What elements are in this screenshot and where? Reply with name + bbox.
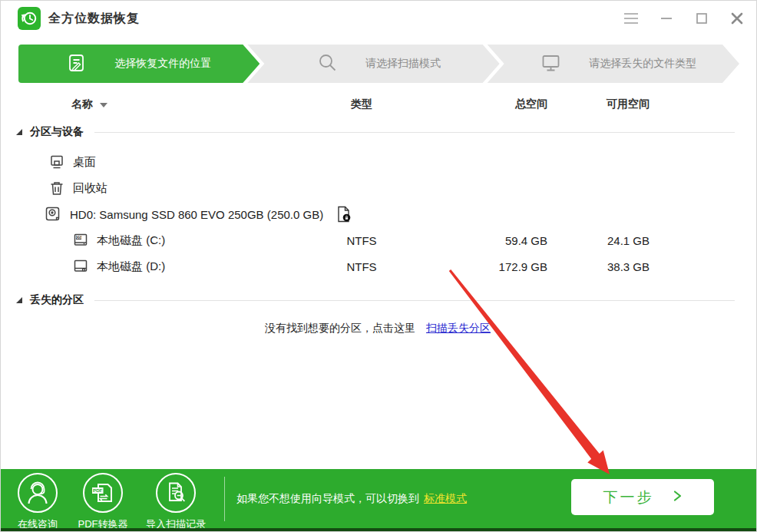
pdf-converter-button[interactable]: PDF PDF转换器 bbox=[70, 472, 136, 531]
empty-hint-text: 没有找到想要的分区，点击这里 bbox=[265, 322, 415, 335]
step-label: 选择恢复文件的位置 bbox=[114, 57, 211, 71]
titlebar: 全方位数据恢复 bbox=[1, 1, 756, 36]
step-label: 请选择丢失的文件类型 bbox=[589, 57, 696, 71]
section-rule bbox=[94, 300, 735, 301]
table-row-recycle-bin[interactable]: 回收站 bbox=[1, 175, 756, 201]
online-support-button[interactable]: 在线咨询 bbox=[8, 472, 67, 531]
section-rule bbox=[94, 132, 735, 133]
maximize-icon[interactable] bbox=[693, 10, 710, 27]
row-total: 59.4 GB bbox=[431, 234, 547, 247]
hard-disk-icon bbox=[44, 205, 62, 223]
desktop-icon bbox=[48, 154, 65, 170]
menu-icon[interactable] bbox=[623, 10, 640, 27]
footer-divider bbox=[224, 477, 225, 521]
step-label: 请选择扫描模式 bbox=[365, 57, 441, 71]
step-file-types[interactable]: 请选择丢失的文件类型 bbox=[488, 45, 739, 83]
minimize-icon[interactable] bbox=[658, 10, 675, 27]
table-row-disk-c[interactable]: OS 本地磁盘 (C:) NTFS 59.4 GB 24.1 GB bbox=[1, 227, 756, 253]
monitor-icon bbox=[540, 52, 561, 75]
row-name: 桌面 bbox=[73, 155, 96, 170]
section-title: 丢失的分区 bbox=[30, 293, 84, 307]
next-step-button[interactable]: 下一步 bbox=[571, 479, 714, 515]
mode-hint-text: 如果您不想使用向导模式，可以切换到 bbox=[236, 492, 419, 506]
edit-document-icon bbox=[67, 53, 87, 75]
os-drive-icon: OS bbox=[72, 232, 89, 249]
drive-icon bbox=[72, 258, 89, 275]
expanded-triangle-icon bbox=[16, 129, 22, 135]
window-title: 全方位数据恢复 bbox=[48, 11, 140, 27]
row-fs-type: NTFS bbox=[323, 260, 400, 273]
search-icon bbox=[317, 52, 338, 75]
step-scan-mode[interactable]: 请选择扫描模式 bbox=[247, 45, 499, 83]
app-logo-icon bbox=[18, 7, 41, 30]
column-header-type: 类型 bbox=[323, 97, 400, 111]
lost-partition-empty-row: 没有找到想要的分区，点击这里 扫描丢失分区 bbox=[1, 317, 756, 340]
pdf-converter-icon: PDF bbox=[70, 472, 136, 517]
file-info-badge-icon[interactable] bbox=[336, 205, 352, 223]
section-lost-partitions[interactable]: 丢失的分区 bbox=[1, 289, 756, 311]
support-agent-icon bbox=[8, 472, 67, 517]
row-fs-type: NTFS bbox=[323, 234, 400, 247]
row-name: 本地磁盘 (C:) bbox=[97, 233, 165, 248]
step-select-location[interactable]: 选择恢复文件的位置 bbox=[18, 45, 259, 83]
footer-bar: 在线咨询 PDF PDF转换器 bbox=[1, 469, 756, 528]
section-title: 分区与设备 bbox=[30, 125, 84, 139]
row-name: 回收站 bbox=[73, 181, 107, 196]
table-row-disk-d[interactable]: 本地磁盘 (D:) NTFS 172.9 GB 38.3 GB bbox=[1, 253, 756, 279]
table-header-row: 名称 类型 总空间 可用空间 bbox=[1, 94, 756, 115]
import-scan-icon bbox=[139, 472, 213, 517]
chevron-right-icon bbox=[673, 489, 683, 505]
drive-table: 名称 类型 总空间 可用空间 分区与设备 桌面 bbox=[1, 94, 756, 340]
svg-text:PDF: PDF bbox=[93, 487, 103, 493]
scan-lost-partition-link[interactable]: 扫描丢失分区 bbox=[426, 322, 491, 335]
row-total: 172.9 GB bbox=[431, 260, 547, 273]
row-name: HD0: Samsung SSD 860 EVO 250GB (250.0 GB… bbox=[70, 208, 323, 221]
row-free: 24.1 GB bbox=[550, 234, 650, 247]
close-icon[interactable] bbox=[729, 10, 745, 27]
window-bottom-edge bbox=[1, 528, 756, 531]
app-window: 全方位数据恢复 选择恢复 bbox=[0, 0, 757, 532]
row-name: 本地磁盘 (D:) bbox=[97, 259, 165, 274]
next-step-label: 下一步 bbox=[603, 487, 654, 507]
recycle-bin-icon bbox=[48, 180, 65, 197]
table-row-hd0[interactable]: HD0: Samsung SSD 860 EVO 250GB (250.0 GB… bbox=[1, 201, 756, 227]
column-header-total: 总空间 bbox=[431, 97, 547, 111]
table-row-desktop[interactable]: 桌面 bbox=[1, 149, 756, 175]
column-header-free: 可用空间 bbox=[550, 97, 650, 111]
row-free: 38.3 GB bbox=[550, 260, 650, 273]
wizard-steps: 选择恢复文件的位置 请选择扫描模式 请选择丢失的文件类型 bbox=[18, 45, 739, 83]
import-scan-record-button[interactable]: 导入扫描记录 bbox=[139, 472, 213, 531]
standard-mode-link[interactable]: 标准模式 bbox=[424, 492, 467, 506]
sort-caret-icon bbox=[100, 103, 107, 107]
expanded-triangle-icon bbox=[16, 297, 22, 303]
mode-hint: 如果您不想使用向导模式，可以切换到 标准模式 bbox=[236, 469, 467, 528]
window-controls bbox=[623, 1, 745, 36]
section-devices[interactable]: 分区与设备 bbox=[1, 121, 756, 143]
column-header-name[interactable]: 名称 bbox=[1, 97, 107, 111]
svg-text:OS: OS bbox=[76, 236, 81, 240]
